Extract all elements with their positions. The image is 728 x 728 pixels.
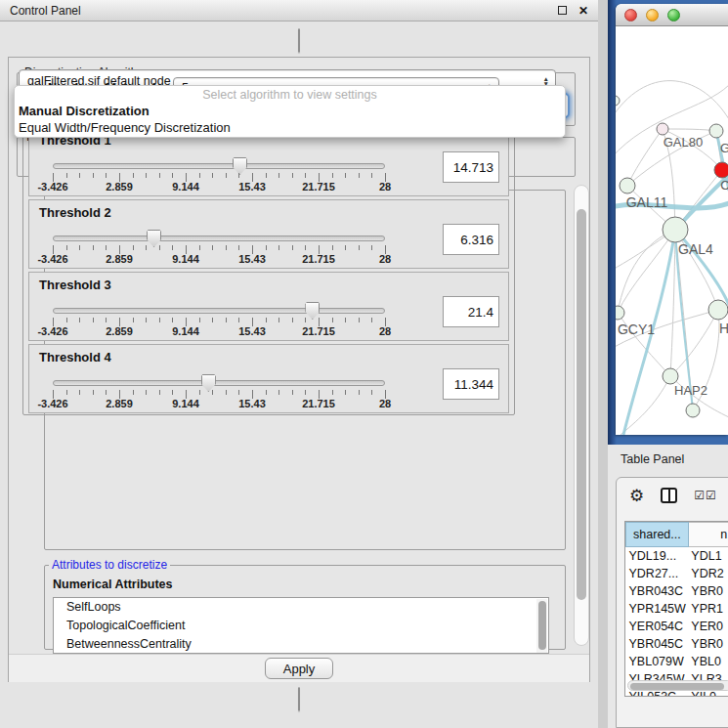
tick-label: 9.144: [172, 253, 199, 265]
table-cell[interactable]: YBL079W: [626, 653, 689, 670]
checkbox-icons[interactable]: ☑☑: [694, 489, 717, 502]
threshold-label: Threshold 2: [39, 205, 111, 220]
table-cell[interactable]: YBR045C: [626, 635, 689, 653]
zoom-traffic-icon[interactable]: [667, 9, 680, 21]
tick-label: 9.144: [172, 181, 199, 193]
top-tabbar: [298, 28, 300, 53]
gear-icon[interactable]: ⚙: [629, 486, 644, 506]
network-node-label: GAL80: [664, 135, 703, 150]
threshold-rows: Threshold 1 -3.4262.8599.14415.4321.7152…: [23, 127, 514, 413]
network-node[interactable]: [620, 178, 635, 193]
tick-label: 28: [379, 398, 391, 409]
table-horizontal-scrollbar[interactable]: [627, 680, 728, 691]
table-cell[interactable]: YER054C: [626, 618, 689, 635]
content-scrollbar[interactable]: [574, 185, 589, 646]
network-node-label: H: [719, 321, 728, 336]
tick-label: 2.859: [106, 181, 133, 193]
table-cell[interactable]: YBL0: [688, 653, 728, 670]
network-node-label: GCY1: [618, 321, 655, 337]
slider-tick-labels: -3.4262.8599.14415.4321.71528: [53, 398, 385, 409]
network-node-label: G: [720, 141, 728, 155]
tick-label: 28: [379, 181, 391, 193]
panel-divider[interactable]: [598, 0, 608, 728]
attribute-item[interactable]: TopologicalCoefficient: [54, 617, 548, 635]
table-row[interactable]: YPR145WYPR1: [626, 600, 728, 618]
table-row[interactable]: YER054CYER0: [626, 618, 728, 635]
table-row[interactable]: YBL079WYBL0: [626, 653, 728, 670]
float-window-icon[interactable]: [558, 6, 567, 15]
threshold-value-field[interactable]: 14.713: [443, 151, 499, 183]
minimize-traffic-icon[interactable]: [646, 9, 659, 21]
table-cell[interactable]: YBR0: [688, 582, 728, 600]
close-traffic-icon[interactable]: [624, 9, 637, 21]
tick-label: 2.859: [106, 325, 133, 337]
network-node-label: GAL11: [626, 194, 668, 210]
table-row[interactable]: YBR045CYBR0: [626, 635, 728, 653]
table-cell[interactable]: YBR0: [688, 635, 728, 653]
network-canvas[interactable]: GAL80GCGAL11GAL4GCY1HHAP2: [616, 26, 728, 435]
table-cell[interactable]: YPR1: [688, 600, 728, 618]
close-icon[interactable]: ✕: [578, 4, 588, 18]
slider-tick-labels: -3.4262.8599.14415.4321.71528: [53, 181, 385, 193]
attributes-scrollbar[interactable]: [536, 599, 547, 654]
network-node[interactable]: [657, 123, 668, 135]
control-panel-titlebar: Control Panel ✕: [0, 0, 598, 21]
algorithm-prompt: Select algorithm to view settings: [15, 86, 565, 103]
table-header-row: shared... n...: [626, 523, 728, 547]
network-node-label: GAL4: [678, 241, 713, 257]
network-node[interactable]: [616, 306, 624, 320]
popup-option-manual[interactable]: Manual Discretization: [15, 103, 565, 119]
table-row[interactable]: YBR043CYBR0: [626, 582, 728, 600]
tick-label: 15.43: [238, 398, 266, 409]
attribute-item[interactable]: BetweennessCentrality: [54, 635, 548, 654]
table-row[interactable]: YDR27...YDR2: [626, 565, 728, 582]
tick-label: 15.43: [238, 253, 266, 265]
attributes-legend: Attributes to discretize: [49, 558, 170, 572]
table-cell[interactable]: YPR145W: [626, 600, 689, 618]
column-header-shared-name[interactable]: shared...: [626, 523, 689, 547]
threshold-slider[interactable]: [53, 380, 385, 386]
table-cell[interactable]: YDL19...: [626, 547, 689, 565]
tick-label: -3.426: [37, 181, 67, 193]
network-node[interactable]: [663, 217, 688, 242]
threshold-row: Threshold 2 -3.4262.8599.14415.4321.7152…: [28, 199, 509, 269]
threshold-coordinates-group: Threshold's Coordinates for 5 Intervals …: [22, 110, 515, 415]
cyni-content-panel: Discretization Algorithm Select algorith…: [8, 57, 590, 682]
network-node[interactable]: [714, 162, 728, 178]
network-node[interactable]: [616, 96, 620, 106]
network-node-label: HAP2: [674, 383, 707, 398]
table-row[interactable]: YDL19...YDL1: [626, 547, 728, 565]
table-cell[interactable]: YDL1: [688, 547, 728, 565]
algorithm-dropdown-popup: Select algorithm to view settings Manual…: [14, 85, 566, 138]
threshold-value-field[interactable]: 11.344: [443, 368, 499, 400]
threshold-value-field[interactable]: 21.4: [443, 296, 499, 327]
network-view-frame: GAL80GCGAL11GAL4GCY1HHAP2: [608, 0, 728, 445]
apply-button[interactable]: Apply: [265, 658, 334, 679]
column-header-name[interactable]: n...: [688, 523, 728, 547]
network-node[interactable]: [708, 300, 728, 320]
threshold-label: Threshold 3: [39, 278, 111, 292]
tick-label: 2.859: [106, 253, 133, 265]
tick-label: 21.715: [302, 398, 335, 409]
table-toolbar: ⚙ ☑☑: [617, 478, 728, 513]
network-node[interactable]: [709, 124, 723, 138]
threshold-row: Threshold 4 -3.4262.8599.14415.4321.7152…: [28, 344, 509, 413]
threshold-slider[interactable]: [53, 308, 385, 314]
tick-label: 21.715: [302, 181, 335, 193]
table-cell[interactable]: YDR2: [688, 565, 728, 582]
top-tab-row: [0, 28, 598, 53]
network-node[interactable]: [686, 404, 700, 417]
threshold-slider[interactable]: [53, 163, 385, 169]
threshold-value-field[interactable]: 6.316: [443, 224, 499, 255]
network-node[interactable]: [663, 368, 678, 384]
slider-tick-labels: -3.4262.8599.14415.4321.71528: [53, 253, 385, 265]
attribute-item[interactable]: SelfLoops: [54, 598, 548, 617]
table-cell[interactable]: YDR27...: [626, 565, 689, 582]
columns-icon[interactable]: [661, 488, 677, 503]
table-cell[interactable]: YBR043C: [626, 582, 689, 600]
bottom-tabbar: [298, 687, 300, 711]
table-cell[interactable]: YER0: [688, 618, 728, 635]
tick-label: 15.43: [238, 325, 266, 337]
threshold-slider[interactable]: [53, 236, 385, 241]
popup-option-equal-width[interactable]: Equal Width/Frequency Discretization: [15, 119, 565, 136]
